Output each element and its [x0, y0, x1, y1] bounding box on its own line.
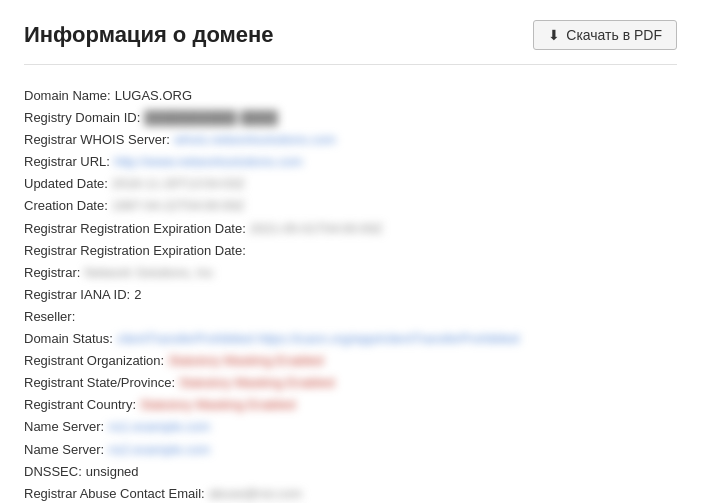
whois-label: Registrar Abuse Contact Email: [24, 483, 205, 503]
whois-value: ██████████-████ [144, 107, 277, 129]
whois-label: Updated Date: [24, 173, 108, 195]
whois-label: Registrar Registration Expiration Date: [24, 240, 246, 262]
whois-label: Registrant State/Province: [24, 372, 175, 394]
whois-row: Domain Name: LUGAS.ORG [24, 85, 677, 107]
whois-row: Registrant Organization: Statutory Maski… [24, 350, 677, 372]
whois-row: Registrar URL: http://www.networksolutio… [24, 151, 677, 173]
whois-row: Creation Date: 1997-04-22T04:00:00Z [24, 195, 677, 217]
whois-value: 2 [134, 284, 141, 306]
download-icon: ⬇ [548, 27, 560, 43]
whois-label: Registrant Organization: [24, 350, 164, 372]
whois-label: Registrant Country: [24, 394, 136, 416]
whois-label: Registry Domain ID: [24, 107, 140, 129]
whois-row: Registrant Country: Statutory Masking En… [24, 394, 677, 416]
whois-value: Statutory Masking Enabled [179, 372, 334, 394]
whois-label: Creation Date: [24, 195, 108, 217]
whois-value: http://www.networksolutions.com [114, 151, 303, 173]
whois-row: Registrar IANA ID: 2 [24, 284, 677, 306]
whois-value: abuse@nsi.com [209, 483, 302, 503]
whois-row: Updated Date: 2018-11-20T13:54:03Z [24, 173, 677, 195]
whois-value: 2021-05-01T04:00:00Z [250, 218, 383, 240]
whois-row: Registrar Abuse Contact Email: abuse@nsi… [24, 483, 677, 503]
whois-label: DNSSEC: [24, 461, 82, 483]
whois-label: Name Server: [24, 416, 104, 438]
download-pdf-button[interactable]: ⬇ Скачать в PDF [533, 20, 677, 50]
whois-value: 1997-04-22T04:00:00Z [112, 195, 245, 217]
whois-value: Statutory Masking Enabled [168, 350, 323, 372]
whois-label: Registrar: [24, 262, 80, 284]
whois-label: Registrar Registration Expiration Date: [24, 218, 246, 240]
download-btn-label: Скачать в PDF [566, 27, 662, 43]
whois-row: Registrant State/Province: Statutory Mas… [24, 372, 677, 394]
whois-label: Registrar IANA ID: [24, 284, 130, 306]
whois-label: Domain Name: [24, 85, 111, 107]
whois-info: Domain Name: LUGAS.ORGRegistry Domain ID… [24, 85, 677, 503]
whois-value: LUGAS.ORG [115, 85, 192, 107]
whois-value: ns2.example.com [108, 439, 210, 461]
whois-row: Name Server: ns1.example.com [24, 416, 677, 438]
page-title: Информация о домене [24, 22, 274, 48]
whois-label: Registrar WHOIS Server: [24, 129, 170, 151]
whois-row: Reseller: [24, 306, 677, 328]
whois-row: Registrar: Network Solutions, Inc [24, 262, 677, 284]
whois-row: Name Server: ns2.example.com [24, 439, 677, 461]
whois-label: Registrar URL: [24, 151, 110, 173]
whois-value: unsigned [86, 461, 139, 483]
whois-value: Network Solutions, Inc [84, 262, 213, 284]
whois-row: Registry Domain ID: ██████████-████ [24, 107, 677, 129]
whois-label: Reseller: [24, 306, 75, 328]
whois-label: Name Server: [24, 439, 104, 461]
whois-row: Domain Status: clientTransferProhibited … [24, 328, 677, 350]
whois-value: 2018-11-20T13:54:03Z [112, 173, 245, 195]
whois-row: Registrar WHOIS Server: whois.networksol… [24, 129, 677, 151]
whois-value: ns1.example.com [108, 416, 210, 438]
whois-value: whois.networksolutions.com [174, 129, 336, 151]
whois-row: DNSSEC: unsigned [24, 461, 677, 483]
whois-value: Statutory Masking Enabled [140, 394, 295, 416]
whois-row: Registrar Registration Expiration Date: [24, 240, 677, 262]
whois-label: Domain Status: [24, 328, 113, 350]
page-header: Информация о домене ⬇ Скачать в PDF [24, 20, 677, 65]
whois-row: Registrar Registration Expiration Date: … [24, 218, 677, 240]
whois-value: clientTransferProhibited https://icann.o… [117, 328, 519, 350]
